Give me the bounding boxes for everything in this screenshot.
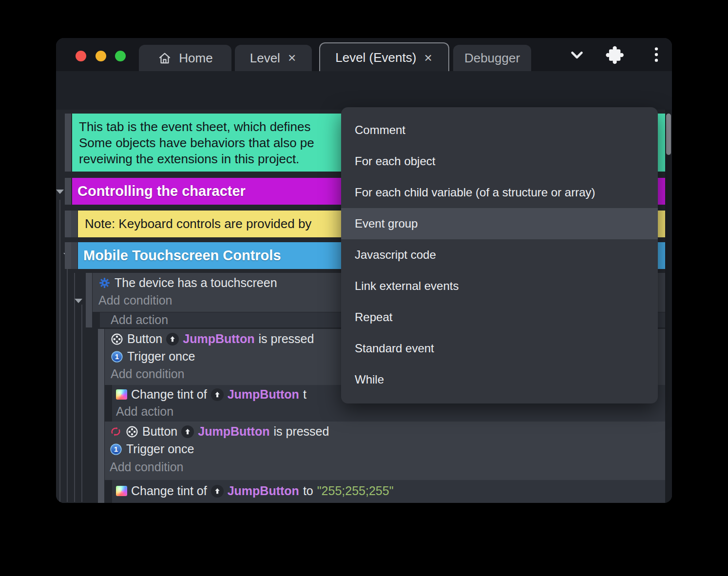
tab-debugger-label: Debugger — [464, 51, 520, 66]
tree-line — [67, 258, 68, 502]
event-margin[interactable] — [65, 178, 71, 205]
event-margin[interactable] — [65, 114, 71, 172]
gear-icon — [98, 277, 111, 289]
condition-text[interactable]: The device has a touchscreen — [115, 276, 277, 290]
event-margin[interactable] — [65, 242, 71, 269]
tab-level[interactable]: Level × — [235, 45, 312, 71]
tab-overflow-button[interactable] — [566, 38, 588, 71]
traffic-minimize-button[interactable] — [96, 51, 106, 61]
menu-item-link-external-events[interactable]: Link external events — [341, 270, 658, 302]
up-arrow-badge-icon — [166, 333, 179, 346]
up-arrow-badge-icon — [211, 485, 224, 498]
instance-name[interactable]: JumpButton — [198, 424, 269, 439]
svg-text:1: 1 — [115, 352, 119, 361]
tab-debugger[interactable]: Debugger — [453, 45, 531, 71]
gamepad-icon — [126, 425, 138, 438]
up-arrow-badge-icon — [211, 388, 224, 401]
action-tail: t — [303, 387, 307, 402]
condition-predicate[interactable]: is pressed — [258, 332, 314, 346]
chevron-down-icon — [566, 43, 588, 66]
toolbar — [56, 71, 672, 110]
condition-predicate[interactable]: is pressed — [273, 424, 329, 439]
menu-item-for-each-object[interactable]: For each object — [341, 146, 658, 177]
invert-icon — [110, 425, 122, 438]
event-margin[interactable] — [86, 273, 92, 327]
instance-name[interactable]: JumpButton — [183, 332, 254, 346]
event-margin[interactable] — [98, 329, 104, 422]
condition-text[interactable]: Trigger once — [127, 349, 195, 364]
puzzle-icon — [605, 44, 625, 65]
event-margin[interactable] — [65, 211, 71, 237]
gamepad-icon — [111, 333, 123, 346]
close-icon[interactable]: × — [287, 51, 297, 65]
tab-level-events[interactable]: Level (Events) × — [319, 42, 449, 72]
trigger-once-icon: 1 — [111, 350, 123, 363]
event-margin[interactable] — [71, 211, 77, 237]
action-value: "255;255;255" — [317, 484, 394, 498]
group-title: Controlling the character — [77, 183, 246, 199]
tab-home-label: Home — [179, 51, 212, 66]
menu-item-standard-event[interactable]: Standard event — [341, 333, 658, 364]
screen: Home Level × Level (Events) × Debugger — [0, 0, 728, 576]
scrollbar-track[interactable] — [665, 110, 672, 503]
addons-button[interactable] — [605, 38, 625, 71]
event-margin[interactable] — [98, 422, 104, 503]
collapse-triangle-icon[interactable] — [75, 299, 82, 303]
instance-name: JumpButton — [228, 387, 299, 402]
tint-swatch-icon — [116, 389, 127, 400]
action-verb: Change tint of — [131, 387, 207, 402]
action-verb: Change tint of — [131, 484, 207, 498]
add-action-link[interactable]: Add action — [116, 404, 665, 419]
action-row[interactable]: Change tint of JumpButton to "255;255;25… — [116, 484, 665, 498]
kebab-menu-icon — [647, 45, 666, 64]
add-action-link[interactable]: Add action — [116, 502, 665, 503]
trigger-once-icon: 1 — [110, 443, 122, 456]
menu-item-while[interactable]: While — [341, 364, 658, 395]
event-actions[interactable]: Change tint of JumpButton to "255;255;25… — [112, 480, 665, 503]
instance-name: JumpButton — [228, 484, 299, 498]
tree-line — [81, 305, 82, 502]
tree-line — [74, 273, 75, 502]
traffic-close-button[interactable] — [76, 51, 86, 61]
event-margin[interactable] — [71, 242, 77, 269]
menu-item-event-group[interactable]: Event group — [341, 208, 658, 239]
tab-level-events-label: Level (Events) — [335, 50, 416, 65]
tab-level-label: Level — [250, 51, 280, 66]
menu-item-for-each-child-variable[interactable]: For each child variable (of a structure … — [341, 177, 658, 208]
event-block[interactable]: Button JumpButton is pressed 1 Trigger o… — [105, 422, 665, 480]
tab-bar: Home Level × Level (Events) × Debugger — [56, 38, 672, 71]
action-to: to — [303, 484, 313, 498]
collapse-triangle-icon[interactable] — [56, 190, 64, 194]
group-title: Mobile Touchscreen Controls — [83, 248, 281, 264]
up-arrow-badge-icon — [181, 425, 194, 438]
menu-item-repeat[interactable]: Repeat — [341, 302, 658, 333]
menu-item-comment[interactable]: Comment — [341, 115, 658, 146]
scrollbar-thumb[interactable] — [666, 114, 671, 155]
note-text: Note: Keyboard controls are provided by — [85, 216, 311, 231]
menu-item-javascript-code[interactable]: Javascript code — [341, 239, 658, 270]
home-icon — [157, 51, 172, 65]
traffic-zoom-button[interactable] — [115, 51, 126, 61]
condition-object[interactable]: Button — [142, 424, 177, 439]
tint-swatch-icon — [116, 486, 127, 496]
add-condition-link[interactable]: Add condition — [110, 460, 665, 474]
tree-line — [59, 200, 60, 502]
add-event-context-menu: Comment For each object For each child v… — [341, 107, 658, 403]
window-menu-button[interactable] — [647, 38, 666, 71]
condition-text[interactable]: Trigger once — [126, 442, 194, 456]
svg-text:1: 1 — [114, 445, 118, 453]
tab-home[interactable]: Home — [139, 45, 231, 71]
close-icon[interactable]: × — [423, 51, 433, 65]
condition-object[interactable]: Button — [127, 332, 162, 346]
